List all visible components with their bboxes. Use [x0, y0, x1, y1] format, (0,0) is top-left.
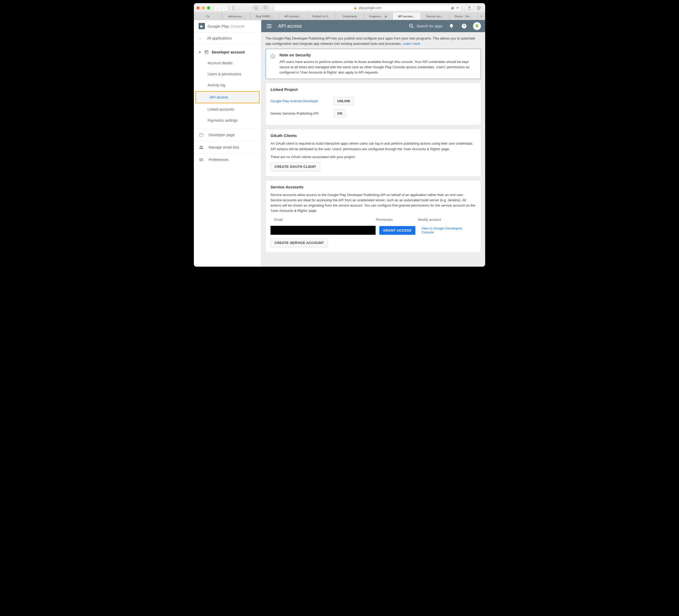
notifications-button[interactable] — [448, 22, 455, 30]
privacy-report-button[interactable]: ◎ — [252, 5, 260, 11]
address-bar[interactable]: 🔒 play.google.com 🔊 ⟳ — [274, 5, 461, 11]
browser-tab[interactable]: Bug 59400:… — [251, 13, 279, 20]
tab-label: Bug 59400:… — [256, 15, 273, 18]
sound-icon[interactable]: 🔊 — [451, 6, 455, 10]
help-button[interactable]: ? — [460, 22, 468, 30]
app-header: API access Search for apps ? — [261, 20, 485, 32]
tabs-overview-button[interactable] — [475, 5, 483, 11]
email-lists-label: Manage email lists — [208, 145, 239, 149]
sidebar-item-api-access[interactable]: API access — [196, 92, 259, 103]
oauth-clients-card: OAuth Clients An OAuth client is require… — [265, 129, 481, 176]
note-body: API users have access to perform actions… — [280, 59, 476, 75]
minimize-window-button[interactable] — [202, 6, 205, 9]
traffic-lights — [196, 6, 210, 9]
tab-label: Grammarly — [343, 15, 357, 18]
share-icon — [468, 6, 471, 10]
svg-point-24 — [410, 24, 413, 27]
sidebar-item-label: Linked accounts — [207, 107, 234, 112]
tab-label: Service acc… — [426, 15, 444, 18]
browser-tab[interactable]: delivery.ac… — [222, 13, 251, 20]
developer-page-label: Developer page — [208, 133, 235, 137]
tab-label: Fragmen… — [369, 15, 384, 18]
sidebar-item-label: Account details — [207, 61, 233, 65]
sliders-icon — [199, 157, 204, 162]
new-tab-button[interactable]: + — [478, 13, 485, 20]
bell-icon — [449, 24, 454, 28]
sidebar-item-label: Users & permissions — [207, 72, 241, 76]
linked-project-card: Linked Project Google Play Android Devel… — [265, 83, 481, 125]
brand-text: Google Play Console — [207, 24, 245, 28]
dev-account-label: Developer account — [212, 50, 245, 54]
browser-tab[interactable]: Stores · Sm… — [449, 13, 478, 20]
browser-tab[interactable]: Fragmen…🔊 — [364, 13, 393, 20]
service-accounts-card: Service Accounts Service accounts allow … — [265, 180, 481, 253]
search-apps[interactable]: Search for apps — [409, 24, 443, 28]
all-applications-link[interactable]: ← All applications — [194, 32, 261, 44]
tabs-icon — [477, 6, 481, 9]
android-icon — [474, 24, 480, 29]
tab-label: Publish to G… — [312, 15, 331, 18]
sidebar: ▶ Google Play Console ← All applications… — [194, 20, 261, 267]
forward-button[interactable]: › — [221, 5, 228, 11]
sound-icon: 🔊 — [385, 15, 387, 18]
sidebar-item-users-permissions[interactable]: Users & permissions — [194, 68, 261, 80]
create-oauth-client-button[interactable]: CREATE OAUTH CLIENT — [270, 162, 320, 171]
nav-back-forward: ‹ › — [214, 5, 228, 11]
window-titlebar: ‹ › ◎ ⓘ 🔒 play.google.com 🔊 ⟳ — [194, 3, 485, 13]
tab-label: Cc — [206, 15, 209, 18]
building-icon — [204, 50, 209, 55]
svg-rect-4 — [478, 6, 481, 9]
sidebar-toggle-button[interactable] — [230, 5, 237, 11]
tab-label: API access… — [285, 15, 302, 18]
browser-tab[interactable]: Publish to G… — [308, 13, 336, 20]
sidebar-item-activity-log[interactable]: Activity log — [194, 80, 261, 91]
service-accounts-title: Service Accounts — [270, 185, 476, 189]
sidebar-item-label: Payments settings — [207, 118, 237, 123]
linked-project-title: Linked Project — [270, 87, 476, 92]
developer-account-section[interactable]: ▼ Developer account — [194, 47, 261, 57]
tab-label: API access… — [398, 15, 415, 18]
browser-tab[interactable]: API access… — [393, 13, 421, 20]
svg-rect-8 — [207, 51, 207, 52]
info-icon: ⓘ — [270, 53, 276, 75]
browser-tabs: Ccdelivery.ac…Bug 59400:…API access…Publ… — [194, 13, 485, 20]
search-icon — [409, 24, 414, 28]
close-window-button[interactable] — [196, 6, 200, 9]
svg-rect-11 — [200, 133, 203, 136]
page-title: API access — [278, 24, 302, 29]
browser-tab[interactable]: Service acc… — [421, 13, 449, 20]
learn-more-link[interactable]: Learn more — [403, 42, 420, 45]
unlink-button[interactable]: UNLINK — [334, 97, 354, 105]
hamburger-icon[interactable] — [265, 22, 273, 30]
games-api-label: Games Services Publishing API — [270, 112, 328, 115]
svg-point-31 — [476, 24, 477, 25]
browser-tab[interactable]: API access… — [279, 13, 308, 20]
account-avatar[interactable] — [473, 22, 481, 30]
manage-email-lists-link[interactable]: Manage email lists — [194, 141, 261, 153]
developer-page-link[interactable]: Developer page — [194, 129, 261, 141]
linked-project-link[interactable]: Google Play Android Developer — [270, 99, 318, 103]
sidebar-item-linked-accounts[interactable]: Linked accounts — [194, 104, 261, 115]
games-api-toggle[interactable]: ON — [334, 109, 346, 118]
browser-tab[interactable]: Grammarly — [336, 13, 364, 20]
sidebar-item-payments-settings[interactable]: Payments settings — [194, 115, 261, 126]
reload-icon[interactable]: ⟳ — [456, 6, 459, 10]
preferences-link[interactable]: Preferences — [194, 153, 261, 166]
all-apps-label: All applications — [207, 36, 231, 40]
people-icon — [199, 145, 204, 150]
grant-access-button[interactable]: GRANT ACCESS — [379, 226, 415, 235]
maximize-window-button[interactable] — [207, 6, 210, 9]
svg-rect-6 — [205, 51, 206, 52]
create-service-account-button[interactable]: CREATE SERVICE ACCOUNT — [270, 239, 328, 247]
browser-tab[interactable]: Cc — [194, 13, 222, 20]
share-button[interactable] — [466, 5, 473, 11]
back-button[interactable]: ‹ — [214, 5, 221, 11]
brand-logo[interactable]: ▶ Google Play Console — [194, 20, 261, 32]
security-note-card: ⓘ Note on Security API users have access… — [265, 49, 481, 79]
oauth-empty: There are no OAuth clients associated wi… — [270, 154, 476, 160]
info-button[interactable]: ⓘ — [262, 5, 269, 11]
lock-icon: 🔒 — [353, 6, 357, 9]
view-dev-console-link[interactable]: View in Google Developers Console — [421, 226, 463, 234]
col-email: Email — [270, 218, 376, 222]
sidebar-item-account-details[interactable]: Account details — [194, 57, 261, 68]
